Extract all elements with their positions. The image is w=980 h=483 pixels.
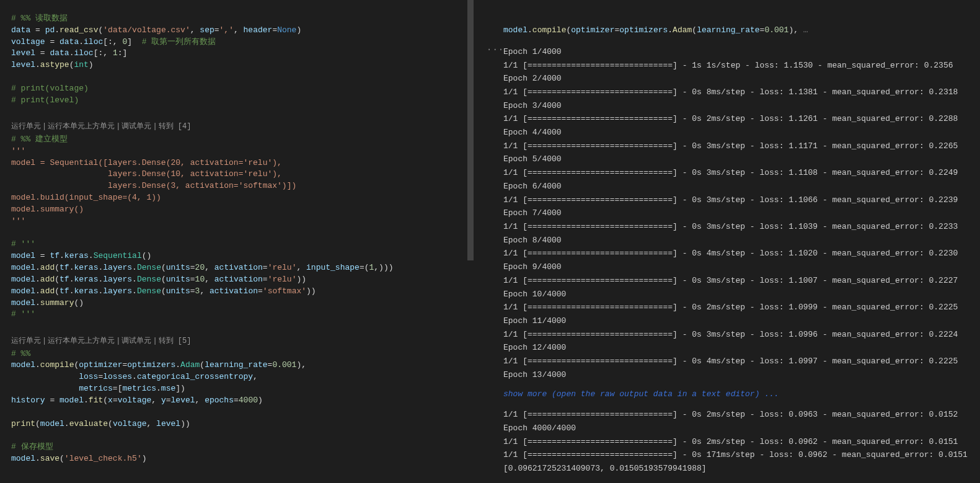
output-line: [0.0962172523140907​3, 0.015051935799419…	[503, 462, 980, 476]
output-line: 1/1 [==============================] - 0…	[503, 435, 980, 449]
code-token: data	[11, 25, 30, 35]
output-line: 1/1 [==============================] - 0…	[503, 247, 980, 260]
codelens-row: 运行单元|运行本单元上方单元|调试单元|转到 [4]	[11, 118, 474, 133]
codelens-debug-cell[interactable]: 调试单元	[121, 122, 151, 131]
output-line: 1/1 [==============================] - 0…	[503, 355, 980, 368]
output-line: 1/1 [==============================] - 0…	[503, 328, 980, 342]
output-line: 1/1 [==============================] - 0…	[503, 220, 980, 234]
codelens-run-cell[interactable]: 运行单元	[11, 337, 41, 345]
output-line: Epoch 2/4000	[503, 72, 980, 86]
output-line: 1/1 [==============================] - 0…	[503, 112, 980, 126]
output-cell-header[interactable]: model.compile(optimizer=optimizers.Adam(…	[503, 25, 980, 39]
codelens-row: 运行单元|运行本单元上方单元|调试单元|转到 [5]	[11, 332, 474, 348]
output-line: 1/1 [==============================] - 0…	[503, 140, 980, 153]
output-line: Epoch 8/4000	[503, 234, 980, 247]
output-line: Epoch 11/4000	[503, 314, 980, 328]
output-line: Epoch 4000/4000	[503, 422, 980, 435]
output-line: Epoch 4/4000	[503, 126, 980, 140]
editor-scrollbar[interactable]	[466, 0, 474, 483]
output-line: 1/1 [==============================] - 0…	[503, 86, 980, 99]
codelens-run-above[interactable]: 运行本单元上方单元	[48, 337, 115, 345]
output-lines-bottom: 1/1 [==============================] - 0…	[503, 408, 980, 476]
output-lines-top: Epoch 1/40001/1 [=======================…	[503, 45, 980, 382]
output-line: 1/1 [==============================] - 0…	[503, 274, 980, 288]
output-line: Epoch 5/4000	[503, 153, 980, 166]
output-line: Epoch 7/4000	[503, 206, 980, 220]
output-line: 1/1 [==============================] - 0…	[503, 408, 980, 422]
output-line: 1/1 [==============================] - 0…	[503, 301, 980, 314]
codelens-run-cell[interactable]: 运行单元	[11, 122, 41, 131]
output-line: Epoch 13/4000	[503, 368, 980, 382]
collapse-icon[interactable]: ···	[487, 43, 504, 56]
output-pane[interactable]: ··· model.compile(optimizer=optimizers.A…	[474, 0, 980, 483]
output-line: Epoch 12/4000	[503, 341, 980, 355]
codelens-goto[interactable]: 转到 [4]	[159, 122, 192, 131]
scrollbar-thumb[interactable]	[467, 0, 474, 260]
code-area[interactable]: # %% 读取数据 data = pd.read_csv('data/volta…	[0, 0, 474, 471]
output-line: Epoch 10/4000	[503, 288, 980, 301]
codelens-debug-cell[interactable]: 调试单元	[121, 337, 151, 345]
codelens-goto[interactable]: 转到 [5]	[159, 337, 192, 345]
show-more-link[interactable]: show more (open the raw output data in a…	[503, 381, 980, 408]
editor-pane[interactable]: # %% 读取数据 data = pd.read_csv('data/volta…	[0, 0, 474, 483]
output-line: Epoch 1/4000	[503, 45, 980, 59]
code-comment: # %% 读取数据	[11, 14, 68, 23]
output-line: 1/1 [==============================] - 1…	[503, 59, 980, 73]
output-line: 1/1 [==============================] - 0…	[503, 193, 980, 207]
output-line: Epoch 6/4000	[503, 180, 980, 193]
output-line: 1/1 [==============================] - 0…	[503, 166, 980, 180]
output-line: Epoch 9/4000	[503, 260, 980, 274]
output-line: Epoch 3/4000	[503, 99, 980, 113]
output-line: 1/1 [==============================] - 0…	[503, 448, 980, 462]
codelens-run-above[interactable]: 运行本单元上方单元	[48, 122, 115, 131]
